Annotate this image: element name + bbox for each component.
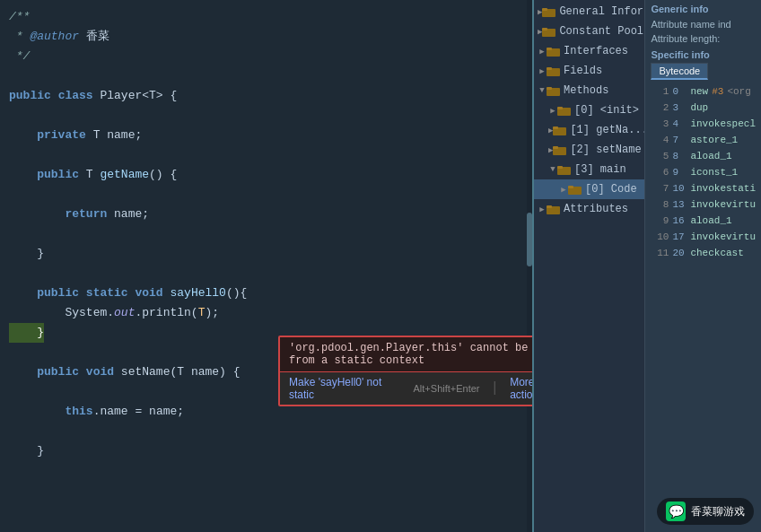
tree-item[interactable]: ▶ [0] Code (534, 179, 644, 199)
code-line: public T getName() { (9, 165, 532, 185)
tree-item-label: Methods (564, 84, 608, 97)
attr-name-label: Attribute name ind (651, 17, 756, 31)
attr-length-label: Attribute length: (651, 31, 756, 46)
tree-item[interactable]: ▶ General Infor (534, 2, 644, 22)
tree-item-label: [0] <init> (574, 104, 639, 117)
tree-item-label: [2] setName (570, 144, 641, 156)
svg-rect-15 (553, 146, 558, 149)
tree-item-label: [0] Code (585, 183, 637, 196)
bytecode-row: 47astore_1 (651, 132, 756, 148)
folder-icon (547, 204, 561, 214)
svg-rect-9 (547, 87, 552, 90)
watermark: 💬 香菜聊游戏 (657, 498, 754, 525)
tree-item[interactable]: ▼ Methods (534, 81, 644, 100)
tree-item-label: [3] main (574, 163, 626, 176)
code-line: public class Player<T> { (9, 86, 532, 106)
code-line (9, 264, 532, 283)
tree-item[interactable]: ▶ Interfaces (534, 41, 644, 61)
code-editor[interactable]: /** * @author 香菜 */ public class Player<… (0, 0, 534, 532)
code-line: System.out.println(T); (9, 303, 532, 323)
folder-icon (557, 164, 572, 175)
tree-item[interactable]: ▶ Constant Pool (534, 22, 644, 41)
code-line (9, 224, 532, 244)
bytecode-row: 1017invokevirtu (651, 229, 756, 245)
error-actions: Make 'sayHell0' not static Alt+Shift+Ent… (280, 372, 534, 405)
bytecode-row: 813invokevirtu (651, 196, 756, 213)
code-line: */ (9, 47, 532, 66)
specific-info-label: Specific info (651, 49, 756, 60)
tree-item[interactable]: ▶ [1] getNa... (534, 120, 644, 140)
bytecode-row: 23dup (651, 100, 756, 116)
tree-item[interactable]: ▶ [2] setName (534, 140, 644, 160)
generic-info-label: Generic info (651, 4, 756, 14)
svg-rect-11 (557, 107, 563, 109)
tree-item-label: [1] getNa... (570, 124, 645, 136)
tree-item-label: General Infor (559, 5, 643, 18)
code-line: /** (9, 7, 532, 27)
code-line (9, 66, 532, 86)
bytecode-content: 10new#3<org23dup34invokespecl47astore_15… (651, 83, 756, 261)
more-actions-link[interactable]: More actions... (510, 376, 534, 401)
bytecode-row: 1120checkcast (651, 245, 756, 261)
svg-rect-21 (547, 205, 552, 208)
scrollbar-thumb[interactable] (527, 213, 532, 266)
code-line: return name; (9, 205, 532, 224)
code-line (9, 106, 532, 126)
svg-rect-13 (553, 126, 558, 129)
folder-icon (568, 184, 582, 195)
error-tooltip: 'org.pdool.gen.Player.this' cannot be re… (278, 336, 534, 406)
wechat-icon: 💬 (666, 501, 686, 521)
bytecode-tab-bytecode[interactable]: Bytecode (651, 63, 708, 80)
tree-item-label: Fields (564, 65, 602, 77)
svg-rect-5 (547, 48, 552, 50)
bytecode-row: 58aload_1 (651, 148, 756, 164)
info-panel: Generic info Attribute name ind Attribut… (645, 0, 761, 532)
folder-icon (557, 105, 572, 116)
tree-item[interactable]: ▶ Attributes (534, 199, 644, 219)
folder-icon (547, 85, 561, 96)
bytecode-row: 10new#3<org (651, 83, 756, 100)
scrollbar-gutter (527, 0, 532, 532)
bytecode-row: 34invokespecl (651, 116, 756, 132)
svg-rect-3 (542, 28, 547, 31)
error-message: 'org.pdool.gen.Player.this' cannot be re… (280, 337, 534, 372)
fix-action-link[interactable]: Make 'sayHell0' not static (289, 376, 407, 401)
svg-rect-1 (542, 8, 547, 11)
tree-item-label: Interfaces (564, 45, 628, 57)
svg-rect-7 (547, 67, 552, 70)
folder-icon (547, 46, 561, 57)
folder-icon (547, 65, 561, 76)
folder-icon (542, 26, 556, 37)
svg-rect-19 (568, 186, 573, 188)
bytecode-row: 69iconst_1 (651, 164, 756, 180)
class-tree-panel: ▶ General Infor▶ Constant Pool▶ Interfac… (534, 0, 645, 532)
bytecode-row: 916aload_1 (651, 213, 756, 229)
bytecode-row: 710invokestati (651, 180, 756, 196)
svg-rect-17 (557, 166, 563, 169)
fix-shortcut: Alt+Shift+Enter (414, 383, 480, 394)
tree-item-label: Constant Pool (559, 25, 643, 38)
tree-item-label: Attributes (564, 203, 628, 215)
code-line: } (9, 244, 532, 264)
tree-item[interactable]: ▼ [3] main (534, 160, 644, 179)
code-line: private T name; (9, 126, 532, 145)
bytecode-tabs: Bytecode (651, 63, 756, 80)
code-line: * @author 香菜 (9, 27, 532, 47)
folder-icon (553, 125, 567, 135)
code-line (9, 185, 532, 205)
tree-item[interactable]: ▶ [0] <init> (534, 100, 644, 120)
code-line (9, 422, 532, 441)
watermark-text: 香菜聊游戏 (691, 504, 745, 519)
code-line: public static void sayHell0(){ (9, 283, 532, 303)
code-line: } (9, 441, 532, 461)
folder-icon (553, 144, 567, 155)
tree-item[interactable]: ▶ Fields (534, 61, 644, 81)
code-line (9, 145, 532, 165)
folder-icon (542, 6, 556, 17)
